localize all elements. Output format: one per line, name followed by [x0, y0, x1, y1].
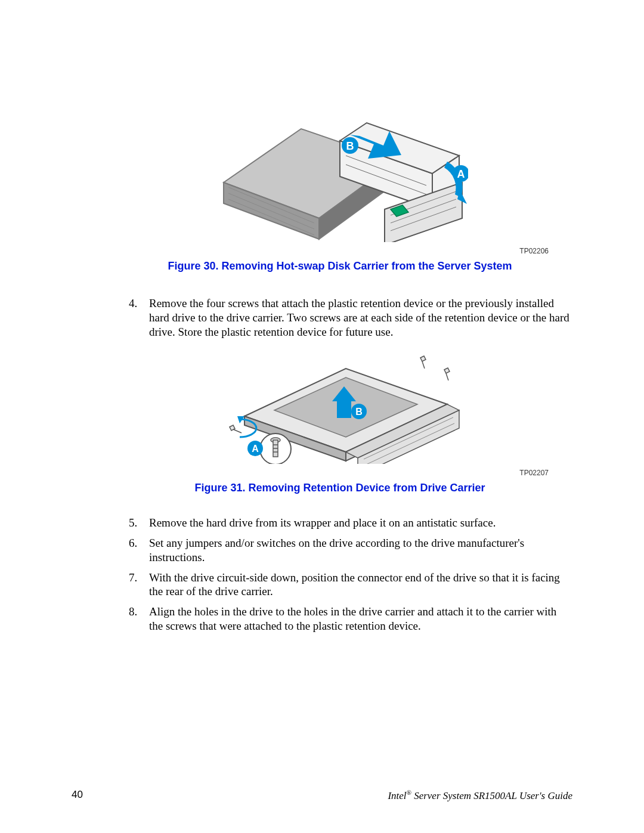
step-4-number: 4. [129, 296, 137, 311]
svg-rect-38 [337, 401, 351, 418]
figure-31-label-a: A [252, 444, 259, 454]
figure-31-caption: Figure 31. Removing Retention Device fro… [107, 482, 572, 494]
step-7-text: With the drive circuit-side down, positi… [149, 571, 560, 598]
svg-line-28 [422, 361, 425, 368]
figure-31-label-b: B [355, 407, 363, 417]
doc-title: Intel® Server System SR1500AL User's Gui… [388, 789, 572, 802]
figure-30-label-a: A [457, 168, 465, 180]
figure-31-tpcode: TP02207 [107, 469, 572, 477]
steps-part-2: 5. Remove the hard drive from its wrappe… [107, 516, 572, 633]
figure-30-caption: Figure 30. Removing Hot-swap Disk Carrie… [107, 260, 572, 272]
figure-30-illustration: B A [212, 93, 468, 242]
page-number: 40 [72, 789, 83, 802]
svg-line-30 [233, 429, 242, 433]
step-6-text: Set any jumpers and/or switches on the d… [149, 537, 524, 563]
step-4-text: Remove the four screws that attach the p… [149, 297, 569, 338]
steps-part-1: 4. Remove the four screws that attach th… [107, 296, 572, 339]
step-4: 4. Remove the four screws that attach th… [149, 296, 572, 339]
page-footer: 40 Intel® Server System SR1500AL User's … [0, 789, 644, 802]
figure-30-label-b: B [346, 140, 354, 152]
figure-31-illustration: B A [209, 345, 471, 464]
step-5-text: Remove the hard drive from its wrapper a… [149, 516, 496, 529]
hot-swap-carrier-diagram: B A [212, 93, 468, 242]
figure-31: B A TP02207 Figure 31. Removing Retentio… [107, 345, 572, 494]
step-8-text: Align the holes in the drive to the hole… [149, 605, 556, 632]
step-7: 7. With the drive circuit-side down, pos… [149, 571, 572, 599]
svg-line-29 [446, 373, 448, 380]
step-6: 6. Set any jumpers and/or switches on th… [149, 536, 572, 565]
figure-30-tpcode: TP02206 [107, 247, 572, 255]
step-5-number: 5. [129, 516, 137, 530]
step-8-number: 8. [129, 605, 137, 619]
step-6-number: 6. [129, 536, 137, 550]
step-5: 5. Remove the hard drive from its wrappe… [149, 516, 572, 530]
step-7-number: 7. [129, 571, 137, 585]
retention-device-diagram: B A [209, 345, 471, 464]
step-8: 8. Align the holes in the drive to the h… [149, 605, 572, 633]
figure-30: B A TP02206 Figure 30. Removing Hot-swap… [107, 93, 572, 272]
